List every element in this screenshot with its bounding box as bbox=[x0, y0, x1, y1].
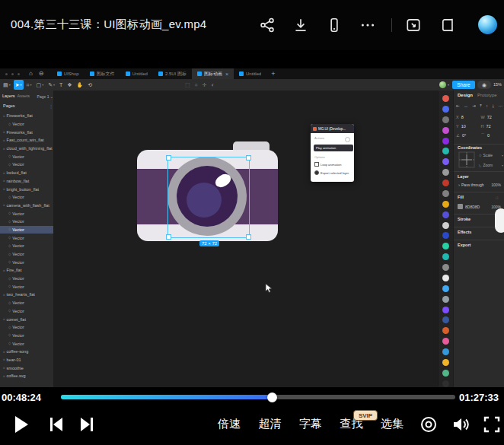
pages-row[interactable]: Pages ⋮ bbox=[0, 102, 54, 110]
selection-handle[interactable] bbox=[166, 155, 171, 161]
record-icon[interactable] bbox=[419, 415, 438, 434]
design-canvas[interactable]: 72 × 72 MG.UI (Develop... × Actions Play… bbox=[53, 91, 438, 392]
pen-tool[interactable]: ✎▾ bbox=[46, 80, 56, 90]
share-button[interactable]: Share bbox=[452, 81, 475, 89]
layer-row[interactable]: ⬦Vector bbox=[0, 275, 53, 283]
plugin-icon-17[interactable] bbox=[442, 275, 449, 281]
layer-row[interactable]: ⌗cloud_with_lightning_flat bbox=[0, 145, 53, 153]
popup-radio-row[interactable]: Export selected layer bbox=[314, 170, 352, 175]
field-Y[interactable]: Y10 bbox=[456, 122, 478, 131]
share-icon[interactable] bbox=[259, 17, 276, 33]
layer-row[interactable]: ⌗two_hearts_flat bbox=[0, 291, 53, 299]
file-tab-3[interactable]: 2.5UI 图标 bbox=[153, 68, 192, 79]
selection-box[interactable] bbox=[167, 157, 250, 238]
file-tab-2[interactable]: Untitled bbox=[120, 68, 153, 79]
popup-checkbox-row[interactable]: Loop animation bbox=[314, 162, 352, 167]
field-⌒[interactable]: ⌒0 bbox=[481, 131, 503, 140]
tab-close-icon[interactable]: × bbox=[225, 72, 228, 77]
hand-tool[interactable]: ✋ bbox=[75, 80, 85, 90]
layer-row[interactable]: ⬦Vector bbox=[0, 282, 53, 291]
menu-tool[interactable]: ▤▾ bbox=[2, 80, 12, 90]
layer-row[interactable]: ⬦Vector bbox=[0, 258, 53, 266]
align-icon-3[interactable]: ⤒ bbox=[480, 103, 481, 109]
plugin-icon-0[interactable] bbox=[442, 95, 449, 102]
layer-row[interactable]: ⬦Vector bbox=[0, 339, 53, 348]
plugin-popup-header[interactable]: MG.UI (Develop... × bbox=[311, 124, 354, 133]
popout-icon[interactable] bbox=[440, 17, 457, 33]
fill-row[interactable]: 8D8D8D 100% bbox=[458, 204, 501, 209]
layer-row[interactable]: ⌗comet_flat bbox=[0, 315, 53, 323]
layer-row[interactable]: ⌗Fire_flat bbox=[0, 266, 53, 275]
play-button[interactable] bbox=[15, 416, 28, 433]
home-icon[interactable]: ⌂ bbox=[29, 68, 33, 79]
view-icon-2[interactable]: ✛ bbox=[203, 82, 207, 88]
tab-assets[interactable]: Assets bbox=[18, 94, 30, 98]
layer-row[interactable]: ⌗bear-01 bbox=[0, 356, 53, 364]
layer-row[interactable]: ⬦Vector bbox=[0, 152, 53, 161]
layer-row[interactable]: ⌗coffee-song bbox=[0, 348, 53, 356]
frame-tool[interactable]: ⌗▾ bbox=[25, 80, 33, 90]
quality-button[interactable]: 超清 bbox=[259, 417, 282, 431]
speed-button[interactable]: 倍速 bbox=[218, 417, 241, 431]
screenshot-icon[interactable] bbox=[405, 17, 422, 33]
progress-thumb[interactable] bbox=[267, 393, 277, 402]
plugin-icon-22[interactable] bbox=[442, 327, 449, 334]
history-tool[interactable]: ⟲ bbox=[86, 80, 94, 90]
radio-icon[interactable] bbox=[314, 170, 319, 175]
layer-row[interactable]: ⌗Fireworks_flat bbox=[0, 128, 53, 136]
plugin-icon-26[interactable] bbox=[442, 370, 449, 377]
layer-row[interactable]: ⌗camera_with_flash_flat bbox=[0, 202, 53, 210]
layer-row[interactable]: ⬦Vector bbox=[0, 193, 53, 202]
tab-prototype[interactable]: Prototype bbox=[477, 93, 497, 97]
plugin-icon-23[interactable] bbox=[442, 338, 449, 345]
view-icon-1[interactable]: ⌗ bbox=[195, 82, 198, 88]
view-icon-0[interactable]: ⬚ bbox=[185, 82, 190, 88]
layer-row[interactable]: ⬦Vector bbox=[0, 218, 53, 226]
layer-row[interactable]: ⬦Vector bbox=[0, 234, 53, 242]
tab-layers[interactable]: Layers bbox=[2, 94, 15, 98]
layer-row[interactable]: ⌗locked_flat bbox=[0, 169, 53, 177]
layer-row[interactable]: ⬦Vector bbox=[0, 250, 53, 259]
file-tab-1[interactable]: 图标文件 bbox=[85, 68, 120, 79]
plugin-icon-3[interactable] bbox=[442, 127, 449, 134]
blend-mode-row[interactable]: ◑ Pass through 100% bbox=[458, 183, 501, 187]
plugin-icon-7[interactable] bbox=[442, 169, 449, 176]
plugin-icon-11[interactable] bbox=[442, 211, 449, 218]
field-W[interactable]: W72 bbox=[481, 113, 503, 122]
more-icon[interactable] bbox=[359, 17, 376, 33]
plugin-icon-4[interactable] bbox=[442, 138, 449, 145]
close-icon[interactable]: × bbox=[353, 126, 354, 131]
scale-constraint-row[interactable]: ⟐ Scale ▾ bbox=[479, 153, 503, 157]
layer-row[interactable]: ⌗bright_button_flat bbox=[0, 185, 53, 193]
subtitles-button[interactable]: 字幕 bbox=[299, 417, 322, 431]
align-icon-0[interactable]: ⇤ bbox=[456, 103, 460, 109]
align-icon-2[interactable]: ⇥ bbox=[472, 103, 476, 109]
plugin-icon-6[interactable] bbox=[442, 158, 449, 165]
popup-primary-row[interactable]: Play animation bbox=[314, 145, 353, 151]
page-selector[interactable]: Page 1 ⌄ bbox=[37, 94, 53, 99]
plugin-icon-20[interactable] bbox=[442, 307, 449, 313]
progress-bar[interactable] bbox=[61, 395, 455, 399]
layer-row[interactable]: ⬦Vector bbox=[0, 209, 53, 218]
field-H[interactable]: H72 bbox=[481, 122, 503, 131]
plugin-icon-13[interactable] bbox=[442, 232, 449, 239]
layer-row[interactable]: ⬦Vector bbox=[0, 161, 53, 169]
file-tab-5[interactable]: Untitled bbox=[234, 68, 266, 79]
plugin-icon-16[interactable] bbox=[442, 264, 449, 271]
plugin-icon-18[interactable] bbox=[442, 285, 449, 292]
popup-toggle[interactable] bbox=[345, 137, 350, 142]
selection-handle[interactable] bbox=[166, 234, 171, 240]
layer-row[interactable]: ⬦Vector bbox=[0, 120, 53, 129]
new-tab-button[interactable]: + bbox=[271, 68, 275, 79]
align-icon-1[interactable]: ↔ bbox=[464, 103, 468, 109]
field-∠[interactable]: ∠0° bbox=[456, 131, 478, 140]
avatar-caret-icon[interactable]: ▾ bbox=[448, 83, 449, 87]
layer-row[interactable]: ⌗coffee.svg bbox=[0, 372, 53, 380]
volume-icon[interactable] bbox=[451, 415, 471, 434]
plugin-icon-8[interactable] bbox=[442, 180, 449, 186]
plugin-icon-24[interactable] bbox=[442, 348, 449, 355]
component-tool[interactable]: ❖ bbox=[65, 80, 73, 90]
zoom-level[interactable]: 15% bbox=[493, 82, 502, 87]
layer-row[interactable]: ⬦Vector bbox=[0, 226, 53, 234]
align-icon-6[interactable]: ⋯ bbox=[498, 103, 502, 109]
